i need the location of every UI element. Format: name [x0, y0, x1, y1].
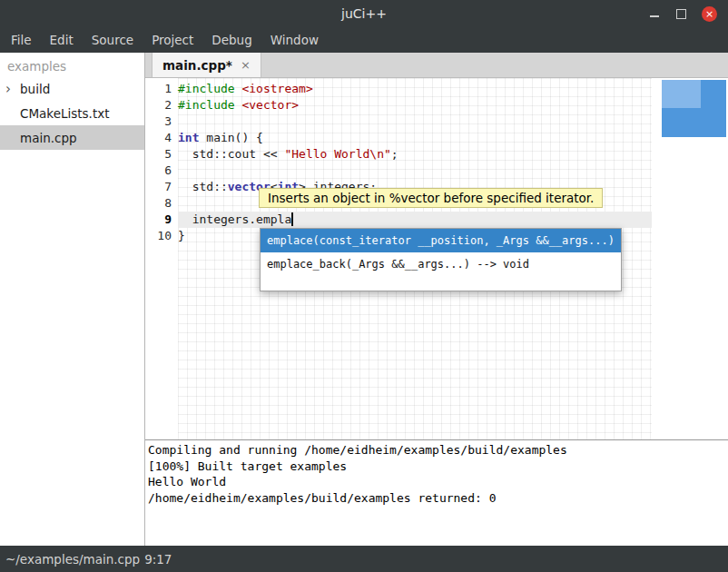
menu-item-window[interactable]: Window [261, 27, 328, 53]
code-line: integers.empla [178, 212, 652, 228]
line-number: 9 [145, 212, 172, 228]
minimize-icon[interactable] [649, 7, 660, 20]
file-tree: examples ›buildCMakeLists.txtmain.cpp [0, 53, 145, 546]
tree-item-build[interactable]: ›build [0, 76, 144, 101]
tree-item-cmakelists-txt[interactable]: CMakeLists.txt [0, 101, 144, 125]
code-line: int main() { [178, 130, 652, 146]
app-window: juCi++ × FileEditSourceProjectDebugWindo… [0, 0, 728, 572]
project-name: examples [0, 53, 144, 76]
completion-item[interactable]: emplace_back(_Args &&__args...) --> void [261, 252, 621, 276]
menu-item-debug[interactable]: Debug [202, 27, 261, 53]
tree-item-label: CMakeLists.txt [20, 106, 110, 121]
content-area: main.cpp* × 12345678910 #include <iostre… [145, 53, 728, 546]
terminal-output: Compiling and running /home/eidheim/exam… [145, 439, 728, 546]
statusbar: ~/examples/main.cpp 9:17 [0, 546, 728, 572]
code-line [178, 163, 652, 179]
tree-item-main-cpp[interactable]: main.cpp [0, 125, 144, 150]
window-controls: × [649, 0, 717, 27]
main-area: examples ›buildCMakeLists.txtmain.cpp ma… [0, 53, 728, 546]
line-number-gutter: 12345678910 [145, 78, 178, 439]
terminal-line: Hello World [148, 474, 728, 490]
window-title: juCi++ [0, 6, 728, 21]
file-tree-items: ›buildCMakeLists.txtmain.cpp [0, 76, 144, 150]
line-number: 5 [145, 146, 172, 163]
menu-item-project[interactable]: Project [143, 27, 202, 53]
completion-item[interactable]: emplace(const_iterator __position, _Args… [261, 229, 621, 252]
terminal-line: Compiling and running /home/eidheim/exam… [148, 442, 728, 459]
menubar: FileEditSourceProjectDebugWindow [0, 27, 728, 53]
line-number: 3 [145, 113, 172, 130]
code-line [178, 113, 652, 130]
code-line: std::cout << "Hello World\n"; [178, 146, 652, 163]
restore-icon[interactable] [675, 8, 686, 19]
status-file-path: ~/examples/main.cpp [5, 552, 140, 567]
line-number: 4 [145, 130, 172, 146]
tree-item-label: main.cpp [20, 131, 77, 145]
menu-item-source[interactable]: Source [83, 27, 143, 53]
expander-icon[interactable]: › [5, 83, 20, 95]
tab-label: main.cpp* [162, 58, 232, 73]
menu-item-edit[interactable]: Edit [41, 27, 83, 53]
menu-item-file[interactable]: File [2, 27, 41, 53]
terminal-line: [100%] Built target examples [148, 459, 728, 475]
doc-tooltip: Inserts an object in %vector before spec… [259, 188, 603, 208]
close-icon[interactable]: × [702, 6, 717, 22]
line-number: 6 [145, 163, 172, 179]
tab-close-icon[interactable]: × [241, 58, 251, 72]
scroll-position-indicator-highlight [662, 80, 701, 108]
tabbar: main.cpp* × [145, 53, 728, 78]
line-number: 1 [145, 81, 172, 97]
titlebar: juCi++ × [0, 0, 728, 27]
line-number: 8 [145, 195, 172, 212]
line-number: 10 [145, 228, 172, 244]
scroll-position-indicator[interactable] [662, 80, 726, 137]
code-line: #include <iostream> [178, 81, 652, 97]
status-cursor-position: 9:17 [144, 552, 172, 567]
tree-item-label: build [20, 82, 50, 96]
tab-main-cpp[interactable]: main.cpp* × [152, 53, 261, 77]
line-number: 7 [145, 179, 172, 195]
text-cursor [291, 212, 293, 226]
line-number: 2 [145, 97, 172, 113]
editor: 12345678910 #include <iostream>#include … [145, 78, 728, 439]
completion-popup: emplace(const_iterator __position, _Args… [260, 228, 622, 291]
code-line: #include <vector> [178, 97, 652, 113]
terminal-line: /home/eidheim/examples/build/examples re… [148, 490, 728, 507]
